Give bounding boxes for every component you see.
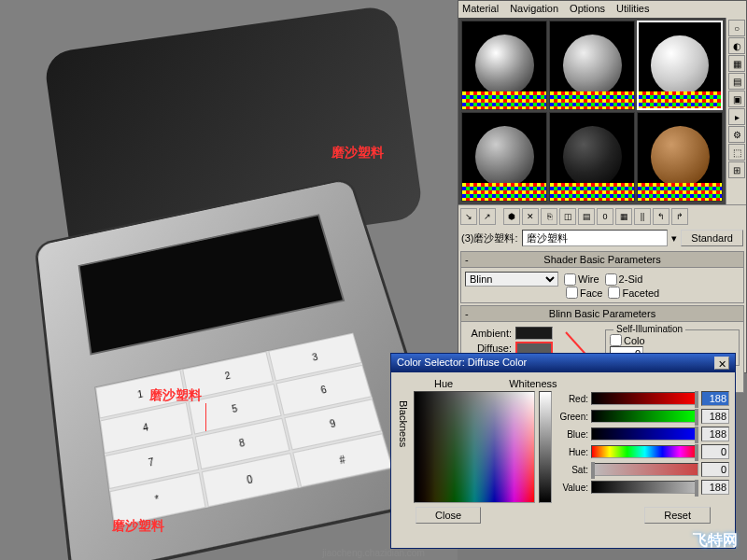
menu-material[interactable]: Material: [462, 3, 499, 16]
red-label: Red:: [556, 394, 588, 404]
get-material-icon[interactable]: ↘: [460, 208, 477, 225]
sat-slider[interactable]: [591, 463, 698, 476]
material-name-input[interactable]: [522, 230, 669, 246]
annotation-label-1: 磨沙塑料: [331, 145, 384, 161]
green-label: Green:: [556, 412, 588, 422]
phone-screen: [78, 215, 345, 356]
menu-navigation[interactable]: Navigation: [510, 3, 558, 16]
value-spinner[interactable]: [701, 480, 729, 495]
menu-bar: Material Navigation Options Utilities: [458, 1, 746, 18]
material-slot-5[interactable]: [549, 112, 635, 202]
material-slot-2[interactable]: [549, 21, 635, 110]
rollout-header[interactable]: -Blinn Basic Parameters: [461, 306, 743, 322]
shader-dropdown[interactable]: Blinn: [465, 272, 558, 287]
blackness-label: Blackness: [398, 400, 409, 447]
phone-keypad: 1 2 3 4 5 6 7 8 9 * 0 #: [94, 331, 394, 527]
whiteness-label: Whiteness: [509, 378, 557, 389]
annotation-label-3: 磨沙塑料: [112, 518, 164, 535]
backlight-icon[interactable]: ◐: [728, 37, 745, 54]
side-toolbar: ○ ◐ ▦ ▤ ▣ ▸ ⚙ ⬚ ⊞: [726, 18, 746, 204]
blue-slider[interactable]: [591, 427, 698, 441]
blue-label: Blue:: [556, 429, 588, 440]
blue-spinner[interactable]: [701, 427, 729, 441]
horizontal-toolbar: ↘ ↗ ⬢ ✕ ⎘ ◫ ▤ 0 ▦ || ↰ ↱: [458, 204, 746, 227]
go-forward-icon[interactable]: ↱: [671, 208, 688, 225]
go-parent-icon[interactable]: ↰: [653, 208, 669, 225]
material-name-row: (3)磨沙塑料: ▾ Standard: [458, 227, 746, 249]
rollout-header[interactable]: -Shader Basic Parameters: [461, 252, 743, 268]
material-type-button[interactable]: Standard: [681, 230, 743, 246]
menu-options[interactable]: Options: [570, 3, 605, 16]
material-slot-4[interactable]: [461, 112, 547, 202]
mat-id-icon[interactable]: 0: [597, 208, 613, 225]
ambient-swatch[interactable]: [515, 327, 553, 340]
annotation-label-2: 磨沙塑料: [149, 387, 202, 404]
dialog-title: Color Selector: Diffuse Color: [397, 357, 527, 370]
sample-uv-icon[interactable]: ▤: [728, 73, 745, 90]
3d-viewport[interactable]: 1 2 3 4 5 6 7 8 9 * 0 # 磨沙塑料 磨沙塑料 磨沙塑料: [0, 0, 458, 560]
watermark: jiaocheng.chazidian.com: [0, 546, 747, 560]
twosided-checkbox[interactable]: [605, 273, 617, 286]
shader-params-rollout: -Shader Basic Parameters Blinn Wire 2-Si…: [460, 251, 744, 303]
hue-slider[interactable]: [591, 445, 698, 458]
green-spinner[interactable]: [701, 409, 729, 424]
put-to-scene-icon[interactable]: ↗: [479, 208, 496, 225]
whiteness-slider[interactable]: [539, 391, 552, 503]
sat-spinner[interactable]: [701, 462, 729, 477]
material-slot-6[interactable]: [637, 112, 723, 202]
selfilum-color-checkbox[interactable]: [610, 334, 622, 346]
color-selector-dialog: Color Selector: Diffuse Color ✕ Hue Whit…: [390, 353, 736, 549]
value-slider[interactable]: [591, 481, 698, 494]
material-editor: Material Navigation Options Utilities ○ …: [458, 0, 747, 373]
annotation-pointer: [205, 403, 206, 431]
dropdown-icon[interactable]: ▾: [671, 232, 677, 245]
put-to-lib-icon[interactable]: ▤: [578, 208, 595, 225]
assign-icon[interactable]: ⬢: [503, 208, 520, 225]
menu-utilities[interactable]: Utilities: [616, 3, 649, 16]
video-check-icon[interactable]: ▣: [728, 91, 745, 107]
hue-slider-label: Hue:: [556, 447, 588, 457]
facemap-checkbox[interactable]: [566, 287, 578, 299]
reset-button[interactable]: Reset: [644, 507, 711, 524]
red-spinner[interactable]: [701, 391, 729, 406]
faceted-checkbox[interactable]: [608, 287, 620, 299]
material-slot-1[interactable]: [461, 21, 547, 110]
ambient-label: Ambient:: [465, 328, 512, 339]
preview-icon[interactable]: ▸: [728, 108, 745, 125]
background-icon[interactable]: ▦: [728, 55, 745, 72]
site-logo: 飞特网: [693, 531, 738, 551]
red-slider[interactable]: [591, 392, 698, 405]
select-by-mat-icon[interactable]: ⬚: [728, 144, 745, 161]
material-slot-3[interactable]: [637, 21, 723, 110]
material-slot-label: (3)磨沙塑料:: [461, 231, 518, 245]
options-icon[interactable]: ⚙: [728, 126, 745, 143]
show-map-icon[interactable]: ▦: [615, 208, 632, 225]
delete-icon[interactable]: ✕: [522, 208, 539, 225]
show-end-icon[interactable]: ||: [634, 208, 651, 225]
hue-label: Hue: [434, 378, 453, 389]
hue-field[interactable]: [414, 391, 535, 503]
value-label: Value:: [556, 483, 588, 493]
make-copy-icon[interactable]: ⎘: [541, 208, 557, 225]
sample-type-icon[interactable]: ○: [728, 20, 745, 36]
wire-checkbox[interactable]: [564, 273, 576, 286]
green-slider[interactable]: [591, 410, 698, 423]
close-button[interactable]: Close: [416, 507, 481, 524]
hue-spinner[interactable]: [701, 444, 729, 459]
slots-3x2-icon[interactable]: ⊞: [728, 161, 745, 178]
material-slots: [458, 18, 726, 204]
make-unique-icon[interactable]: ◫: [559, 208, 576, 225]
sat-label: Sat:: [556, 465, 588, 475]
close-icon[interactable]: ✕: [714, 357, 729, 370]
dialog-titlebar[interactable]: Color Selector: Diffuse Color ✕: [391, 354, 735, 372]
